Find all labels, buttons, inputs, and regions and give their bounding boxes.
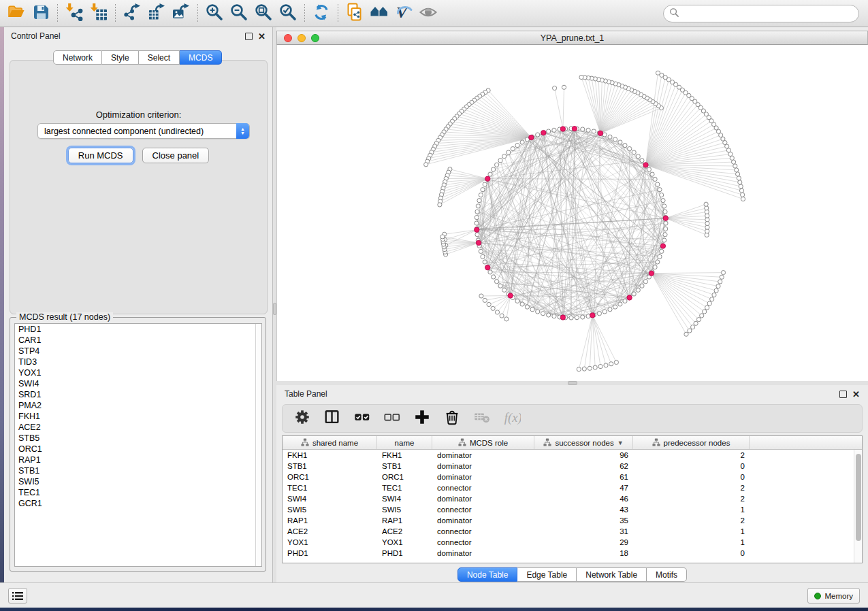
zoom-selected-icon — [278, 3, 298, 24]
memory-button[interactable]: Memory — [807, 588, 860, 604]
export-network-button[interactable] — [120, 2, 144, 25]
close-panel-button[interactable]: Close panel — [142, 148, 210, 163]
tab-edge-table[interactable]: Edge Table — [517, 567, 577, 582]
first-neighbors-button[interactable] — [367, 2, 391, 25]
list-scrollbar-track[interactable] — [255, 324, 261, 566]
import-table-button[interactable] — [86, 2, 111, 25]
table-panel: Table Panel ✕ f(x) shared namenameMCDS r… — [276, 385, 868, 582]
mcds-result-item[interactable]: RAP1 — [15, 455, 261, 465]
graph-nodes[interactable] — [424, 71, 745, 371]
table-scrollbar-thumb[interactable] — [856, 454, 861, 541]
vizmapper-button[interactable]: V — [391, 2, 416, 25]
table-row[interactable]: TEC1TEC1connector472 — [283, 482, 862, 493]
tab-node-table[interactable]: Node Table — [457, 567, 518, 582]
column-visibility-button[interactable] — [322, 408, 342, 429]
mcds-result-item[interactable]: STP4 — [15, 346, 261, 357]
table-row[interactable]: YOX1YOX1connector291 — [283, 537, 862, 548]
mcds-result-item[interactable]: PMA2 — [15, 400, 261, 411]
float-panel-icon[interactable] — [839, 391, 847, 398]
export-table-icon — [147, 3, 166, 24]
binoculars-icon — [370, 3, 389, 24]
table-delete-icon — [473, 408, 491, 429]
mcds-result-item[interactable]: ORC1 — [15, 444, 261, 455]
tab-network-table[interactable]: Network Table — [577, 567, 647, 582]
mcds-result-item[interactable]: ACE2 — [15, 422, 261, 433]
table-row[interactable]: PHD1PHD1dominator180 — [283, 548, 862, 559]
table-row[interactable]: STB1STB1dominator620 — [283, 461, 862, 472]
zoom-selected-button[interactable] — [276, 2, 300, 25]
zoom-out-icon — [229, 3, 248, 24]
cell-successor-nodes: 62 — [534, 462, 633, 470]
control-panel-tabs: NetworkStyleSelectMCDS — [53, 50, 222, 65]
cell-successor-nodes: 96 — [534, 451, 633, 459]
table-row[interactable]: SWI5SWI5connector431 — [283, 504, 862, 515]
mcds-result-item[interactable]: FKH1 — [15, 411, 261, 422]
mcds-result-item[interactable]: STB1 — [15, 465, 261, 476]
criterion-dropdown[interactable]: largest connected component (undirected)… — [37, 123, 250, 139]
mcds-result-item[interactable]: SWI4 — [15, 378, 261, 389]
delete-column-button[interactable] — [442, 408, 462, 429]
mcds-result-item[interactable]: YOX1 — [15, 367, 261, 378]
task-history-button[interactable] — [8, 588, 27, 604]
search-field[interactable] — [663, 5, 859, 22]
import-network-button[interactable] — [62, 2, 86, 25]
open-file-button[interactable] — [4, 2, 29, 25]
mcds-result-item[interactable]: TEC1 — [15, 487, 261, 498]
tab-network[interactable]: Network — [53, 50, 102, 65]
column-header-shared-name[interactable]: shared name — [283, 436, 377, 449]
save-session-button[interactable] — [29, 2, 53, 25]
clone-network-button[interactable] — [342, 2, 367, 25]
table-scrollbar-track[interactable] — [854, 450, 862, 563]
deselect-all-button[interactable] — [382, 408, 402, 429]
column-header-predecessor-nodes[interactable]: predecessor nodes — [633, 436, 750, 449]
zoom-fit-button[interactable] — [251, 2, 276, 25]
mcds-result-item[interactable]: STB5 — [15, 433, 261, 444]
cell-MCDS-role: dominator — [432, 451, 534, 459]
clone-network-icon — [345, 3, 364, 24]
search-input[interactable] — [679, 7, 853, 20]
cell-successor-nodes: 35 — [534, 516, 633, 525]
table-row[interactable]: SWI4SWI4dominator462 — [283, 493, 862, 504]
network-titlebar: YPA_prune.txt_1 — [276, 31, 868, 45]
export-image-button[interactable] — [169, 2, 193, 25]
refresh-button[interactable] — [309, 2, 334, 25]
mcds-result-item[interactable]: SWI5 — [15, 476, 261, 487]
cell-shared-name: STB1 — [283, 462, 377, 470]
tab-style[interactable]: Style — [102, 50, 139, 65]
table-row[interactable]: FKH1FKH1dominator962 — [283, 450, 862, 461]
refresh-icon — [312, 3, 331, 24]
network-graph[interactable] — [277, 45, 868, 381]
mcds-result-item[interactable]: PHD1 — [15, 324, 261, 335]
mcds-result-item[interactable]: GCR1 — [15, 498, 261, 509]
cell-successor-nodes: 31 — [534, 527, 633, 535]
mcds-result-item[interactable]: CAR1 — [15, 335, 261, 346]
cell-MCDS-role: connector — [432, 527, 534, 535]
table-row[interactable]: RAP1RAP1dominator352 — [283, 515, 862, 526]
mcds-result-item[interactable]: TID3 — [15, 357, 261, 367]
column-header-MCDS-role[interactable]: MCDS role — [432, 436, 534, 449]
table-settings-button[interactable] — [292, 408, 312, 429]
column-header-name[interactable]: name — [377, 436, 432, 449]
trash-icon — [443, 408, 461, 429]
tab-motifs[interactable]: Motifs — [647, 567, 687, 582]
mcds-result-item[interactable]: SRD1 — [15, 389, 261, 400]
tab-select[interactable]: Select — [139, 50, 180, 65]
table-row[interactable]: ORC1ORC1dominator610 — [283, 472, 862, 482]
graphics-details-button[interactable] — [416, 2, 440, 25]
select-all-button[interactable] — [352, 408, 372, 429]
run-mcds-button[interactable]: Run MCDS — [68, 148, 133, 163]
float-panel-icon[interactable] — [245, 33, 253, 40]
zoom-in-button[interactable] — [202, 2, 227, 25]
export-table-button[interactable] — [144, 2, 169, 25]
table-row[interactable]: ACE2ACE2connector311 — [283, 526, 862, 537]
zoom-out-button[interactable] — [227, 2, 251, 25]
tab-mcds[interactable]: MCDS — [180, 50, 222, 65]
close-panel-icon[interactable]: ✕ — [852, 391, 860, 398]
add-column-button[interactable] — [412, 408, 432, 429]
cell-predecessor-nodes: 0 — [633, 549, 750, 557]
network-canvas[interactable] — [276, 45, 868, 381]
cell-shared-name: ORC1 — [283, 473, 377, 481]
close-panel-icon[interactable]: ✕ — [258, 33, 266, 40]
column-header-successor-nodes[interactable]: successor nodes▼ — [534, 436, 633, 449]
cell-name: STB1 — [377, 462, 432, 470]
